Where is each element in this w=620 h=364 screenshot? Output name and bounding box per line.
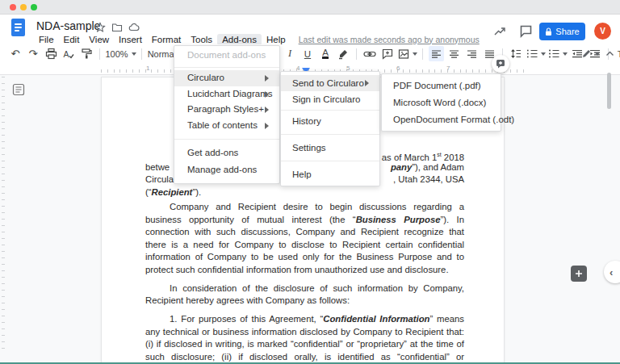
doc-line-4: (“Recipient”). [145, 186, 201, 199]
menu-item-send-to-circularo[interactable]: Send to Circularo [281, 75, 379, 91]
italic-icon[interactable]: I [283, 46, 298, 61]
menu-divider [281, 110, 379, 111]
share-button[interactable]: Share [539, 23, 585, 40]
collapse-toolbar-icon[interactable] [602, 46, 618, 61]
submenu-arrow-icon [265, 123, 272, 129]
submenu-arrow-icon [265, 75, 272, 82]
chevron-down-icon [595, 52, 600, 58]
chevron-down-icon [413, 52, 417, 58]
editing-mode-icon[interactable] [581, 46, 600, 61]
explore-button[interactable] [571, 266, 587, 282]
cloud-status-icon[interactable] [128, 22, 140, 33]
document-title[interactable]: NDA-sample [36, 19, 100, 32]
addons-dropdown-menu: Document add-ons Circularo Lucidchart Di… [174, 45, 280, 184]
menu-item-pdf-document[interactable]: PDF Document (.pdf) [382, 77, 501, 94]
menu-item-sign-in-circularo[interactable]: Sign in Circularo [281, 91, 379, 107]
menu-item-opendocument-format[interactable]: OpenDocument Format (.odt) [382, 111, 501, 128]
doc-paragraph-business-purpose: Company and Recipient desire to begin di… [145, 201, 464, 276]
menu-format[interactable]: Format [147, 34, 186, 45]
share-button-label: Share [555, 27, 579, 36]
text-color-icon[interactable]: A [322, 48, 329, 59]
insights-icon[interactable] [492, 24, 507, 39]
collapse-side-panel-button[interactable]: ‹ [604, 261, 620, 283]
add-comment-icon[interactable] [380, 46, 396, 61]
vertical-ruler [2, 77, 5, 351]
menu-item-document-addons: Document add-ons [174, 46, 279, 65]
chevron-down-icon [563, 52, 568, 58]
highlight-color-icon[interactable] [336, 46, 351, 61]
spellcheck-icon[interactable]: A [61, 46, 77, 61]
menu-divider [281, 161, 379, 161]
window-titlebar [0, 0, 620, 15]
app-header: NDA-sample File Edit View Insert Format … [0, 15, 620, 44]
menu-tools[interactable]: Tools [186, 34, 217, 45]
google-docs-logo[interactable] [11, 19, 25, 36]
menu-item-paragraph-styles[interactable]: Paragraph Styles+ [174, 102, 279, 118]
menu-item-lucidchart[interactable]: Lucidchart Diagrams [174, 86, 279, 103]
add-comment-floating-button[interactable] [492, 55, 509, 73]
zoom-window-button[interactable] [31, 4, 37, 10]
doc-line-2-left: betwe [145, 161, 170, 174]
submenu-arrow-icon [265, 91, 272, 98]
menu-item-settings[interactable]: Settings [281, 140, 379, 156]
doc-paragraph-consideration: In consideration of the disclosure of su… [145, 282, 464, 308]
menu-item-circularo[interactable]: Circularo [174, 70, 279, 86]
circularo-submenu: Send to Circularo Sign in Circularo Hist… [280, 71, 380, 186]
show-outline-button[interactable] [10, 82, 27, 98]
chevron-down-icon [132, 52, 136, 58]
toolbar: ↶ ↷ A 100% Normal text I U A [0, 44, 620, 63]
paint-format-icon[interactable] [79, 46, 94, 61]
menu-edit[interactable]: Edit [59, 34, 85, 45]
last-edit-link[interactable]: Last edit was made seconds ago by anonym… [299, 35, 480, 44]
underline-icon[interactable]: U [300, 46, 316, 61]
menu-addons[interactable]: Add-ons [217, 34, 262, 45]
menu-bar: File Edit View Insert Format Tools Add-o… [34, 33, 480, 45]
numbered-list-icon[interactable] [526, 46, 546, 61]
align-right-icon[interactable] [464, 46, 480, 61]
menu-item-get-addons[interactable]: Get add-ons [174, 144, 279, 161]
account-avatar[interactable]: V [594, 23, 611, 40]
move-folder-icon[interactable] [111, 22, 123, 33]
submenu-arrow-icon [265, 107, 272, 113]
insert-image-icon[interactable] [398, 46, 417, 61]
close-window-button[interactable] [10, 4, 16, 10]
vertical-scrollbar[interactable] [607, 73, 611, 109]
redo-icon[interactable]: ↷ [26, 46, 41, 61]
chevron-down-icon [541, 52, 546, 58]
plus-bubble-icon [574, 269, 584, 278]
minimize-window-button[interactable] [20, 4, 27, 10]
menu-item-table-of-contents[interactable]: Table of contents [174, 118, 279, 134]
submenu-arrow-icon [365, 80, 372, 86]
menu-help[interactable]: Help [262, 34, 291, 45]
menu-item-manage-addons[interactable]: Manage add-ons [174, 161, 279, 178]
menu-divider [281, 134, 379, 135]
undo-icon[interactable]: ↶ [8, 46, 23, 61]
comments-icon[interactable] [519, 24, 534, 39]
doc-line-3-right: , Utah 2344, USA [393, 174, 464, 186]
doc-paragraph-confidential-information: 1. For purposes of this Agreement, “Conf… [145, 313, 464, 364]
zoom-select[interactable]: 100% [106, 46, 136, 61]
bulleted-list-icon[interactable] [548, 46, 568, 61]
menu-insert[interactable]: Insert [114, 34, 147, 45]
star-icon[interactable] [94, 22, 106, 33]
align-left-icon[interactable] [429, 46, 444, 61]
menu-view[interactable]: View [84, 34, 114, 45]
menu-item-history[interactable]: History [281, 113, 379, 129]
line-spacing-icon[interactable] [509, 46, 524, 61]
align-center-icon[interactable] [446, 46, 462, 61]
menu-item-help[interactable]: Help [281, 166, 379, 182]
send-to-circularo-flyout: PDF Document (.pdf) Microsoft Word (.doc… [381, 73, 501, 132]
doc-line-2-right: pany”), and Adam [391, 161, 464, 174]
menu-divider [174, 139, 279, 140]
menu-item-microsoft-word[interactable]: Microsoft Word (.docx) [382, 94, 501, 111]
comment-plus-icon [496, 59, 505, 69]
lock-icon [545, 27, 552, 36]
menu-divider [174, 67, 279, 68]
menu-file[interactable]: File [34, 34, 59, 45]
insert-link-icon[interactable] [362, 46, 378, 61]
doc-paragraphs: Company and Recipient desire to begin di… [145, 201, 464, 364]
print-icon[interactable] [44, 46, 59, 61]
